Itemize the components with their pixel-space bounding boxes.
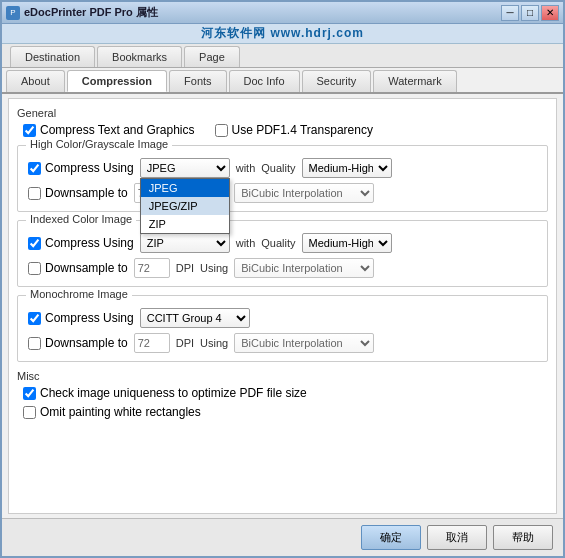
misc-section: Misc Check image uniqueness to optimize … — [17, 370, 548, 419]
high-color-compress-row: Compress Using JPEG JPEG/ZIP ZIP JPEG JP… — [28, 158, 537, 178]
monochrome-section: Monochrome Image Compress Using CCITT Gr… — [17, 295, 548, 362]
high-color-with-label: with — [236, 162, 256, 174]
mono-compress-select[interactable]: CCITT Group 4 CCITT Group 3 ZIP RLE — [140, 308, 250, 328]
indexed-color-title: Indexed Color Image — [26, 213, 136, 225]
high-color-interpolation-select[interactable]: BiCubic Interpolation — [234, 183, 374, 203]
high-color-compress-checkbox[interactable] — [28, 162, 41, 175]
tab-row-2: About Compression Fonts Doc Info Securit… — [2, 68, 563, 94]
indexed-compress-select[interactable]: ZIP — [140, 233, 230, 253]
monochrome-title: Monochrome Image — [26, 288, 132, 300]
tab-docinfo[interactable]: Doc Info — [229, 70, 300, 92]
general-title: General — [17, 107, 548, 119]
dropdown-item-zip[interactable]: ZIP — [141, 215, 229, 233]
high-color-section: High Color/Grayscale Image Compress Usin… — [17, 145, 548, 212]
high-color-downsample-text: Downsample to — [45, 186, 128, 200]
indexed-dpi-label: DPI — [176, 262, 194, 274]
watermark-text: 河东软件网 www.hdrj.com — [201, 26, 364, 40]
compress-dropdown-open: JPEG JPEG/ZIP ZIP — [140, 178, 230, 234]
mono-using-label: Using — [200, 337, 228, 349]
general-section: General Compress Text and Graphics Use P… — [17, 107, 548, 137]
dropdown-item-jpeg[interactable]: JPEG — [141, 179, 229, 197]
misc-omit-label[interactable]: Omit painting white rectangles — [23, 405, 201, 419]
indexed-interpolation-select[interactable]: BiCubic Interpolation — [234, 258, 374, 278]
high-color-compress-text: Compress Using — [45, 161, 134, 175]
indexed-with-label: with — [236, 237, 256, 249]
transparency-text: Use PDF1.4 Transparency — [232, 123, 373, 137]
misc-omit-row: Omit painting white rectangles — [23, 405, 548, 419]
cancel-button[interactable]: 取消 — [427, 525, 487, 550]
mono-downsample-checkbox[interactable] — [28, 337, 41, 350]
misc-uniqueness-checkbox[interactable] — [23, 387, 36, 400]
window: P eDocPrinter PDF Pro 属性 ─ □ ✕ 河东软件网 www… — [0, 0, 565, 558]
high-color-downsample-label[interactable]: Downsample to — [28, 186, 128, 200]
misc-uniqueness-text: Check image uniqueness to optimize PDF f… — [40, 386, 307, 400]
indexed-downsample-row: Downsample to DPI Using BiCubic Interpol… — [28, 258, 537, 278]
tab-row-1: Destination Bookmarks Page — [2, 44, 563, 68]
compress-text-checkbox[interactable] — [23, 124, 36, 137]
mono-downsample-text: Downsample to — [45, 336, 128, 350]
tab-about[interactable]: About — [6, 70, 65, 92]
indexed-quality-select[interactable]: Medium-High — [302, 233, 392, 253]
bottom-bar: 确定 取消 帮助 — [2, 518, 563, 556]
tab-fonts[interactable]: Fonts — [169, 70, 227, 92]
mono-downsample-label[interactable]: Downsample to — [28, 336, 128, 350]
high-color-downsample-row: Downsample to DPI Using BiCubic Interpol… — [28, 183, 537, 203]
minimize-button[interactable]: ─ — [501, 5, 519, 21]
watermark-bar: 河东软件网 www.hdrj.com — [2, 24, 563, 44]
indexed-dpi-input[interactable] — [134, 258, 170, 278]
indexed-downsample-text: Downsample to — [45, 261, 128, 275]
indexed-downsample-label[interactable]: Downsample to — [28, 261, 128, 275]
mono-compress-row: Compress Using CCITT Group 4 CCITT Group… — [28, 308, 537, 328]
tab-watermark[interactable]: Watermark — [373, 70, 456, 92]
indexed-compress-checkbox[interactable] — [28, 237, 41, 250]
indexed-compress-label[interactable]: Compress Using — [28, 236, 134, 250]
misc-omit-text: Omit painting white rectangles — [40, 405, 201, 419]
high-color-title: High Color/Grayscale Image — [26, 138, 172, 150]
mono-dpi-input[interactable] — [134, 333, 170, 353]
indexed-compress-row: Compress Using ZIP with Quality Medium-H… — [28, 233, 537, 253]
ok-button[interactable]: 确定 — [361, 525, 421, 550]
title-bar-buttons: ─ □ ✕ — [501, 5, 559, 21]
maximize-button[interactable]: □ — [521, 5, 539, 21]
mono-compress-checkbox[interactable] — [28, 312, 41, 325]
high-color-compress-select[interactable]: JPEG JPEG/ZIP ZIP — [140, 158, 230, 178]
indexed-downsample-checkbox[interactable] — [28, 262, 41, 275]
indexed-compress-text: Compress Using — [45, 236, 134, 250]
high-color-compress-dropdown-wrapper: JPEG JPEG/ZIP ZIP JPEG JPEG/ZIP ZIP — [140, 158, 230, 178]
dropdown-item-jpeg-zip[interactable]: JPEG/ZIP — [141, 197, 229, 215]
help-button[interactable]: 帮助 — [493, 525, 553, 550]
close-button[interactable]: ✕ — [541, 5, 559, 21]
transparency-label[interactable]: Use PDF1.4 Transparency — [215, 123, 373, 137]
mono-interpolation-select[interactable]: BiCubic Interpolation — [234, 333, 374, 353]
compress-text-label[interactable]: Compress Text and Graphics — [23, 123, 195, 137]
high-color-quality-label: Quality — [261, 162, 295, 174]
high-color-compress-label[interactable]: Compress Using — [28, 161, 134, 175]
misc-omit-checkbox[interactable] — [23, 406, 36, 419]
indexed-quality-label: Quality — [261, 237, 295, 249]
mono-downsample-row: Downsample to DPI Using BiCubic Interpol… — [28, 333, 537, 353]
high-color-downsample-checkbox[interactable] — [28, 187, 41, 200]
title-bar: P eDocPrinter PDF Pro 属性 ─ □ ✕ — [2, 2, 563, 24]
tab-page[interactable]: Page — [184, 46, 240, 67]
misc-uniqueness-row: Check image uniqueness to optimize PDF f… — [23, 386, 548, 400]
tab-bookmarks[interactable]: Bookmarks — [97, 46, 182, 67]
title-bar-text: eDocPrinter PDF Pro 属性 — [24, 5, 501, 20]
misc-uniqueness-label[interactable]: Check image uniqueness to optimize PDF f… — [23, 386, 307, 400]
tab-destination[interactable]: Destination — [10, 46, 95, 67]
compress-text-text: Compress Text and Graphics — [40, 123, 195, 137]
high-color-quality-select[interactable]: Medium-High Low Medium High — [302, 158, 392, 178]
mono-dpi-label: DPI — [176, 337, 194, 349]
mono-compress-text: Compress Using — [45, 311, 134, 325]
indexed-color-section: Indexed Color Image Compress Using ZIP w… — [17, 220, 548, 287]
mono-compress-label[interactable]: Compress Using — [28, 311, 134, 325]
title-bar-icon: P — [6, 6, 20, 20]
tab-security[interactable]: Security — [302, 70, 372, 92]
indexed-using-label: Using — [200, 262, 228, 274]
transparency-checkbox[interactable] — [215, 124, 228, 137]
tab-compression[interactable]: Compression — [67, 70, 167, 92]
misc-title: Misc — [17, 370, 548, 382]
